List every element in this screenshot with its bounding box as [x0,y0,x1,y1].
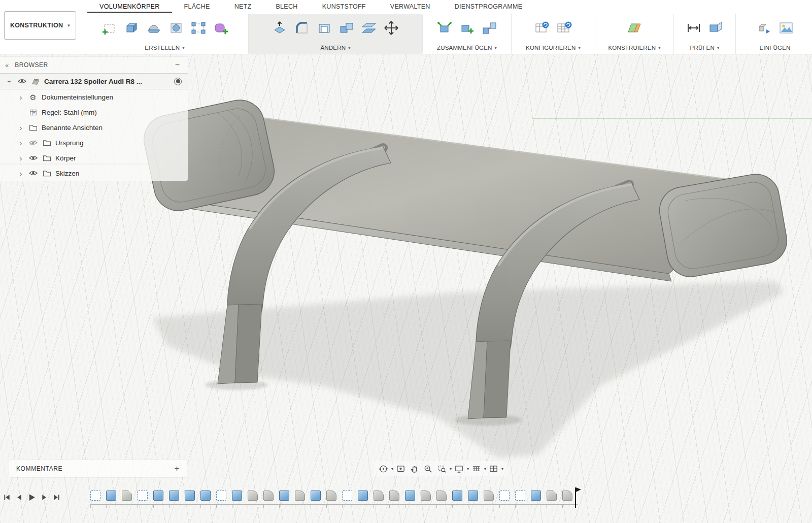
comments-panel[interactable]: KOMMENTARE + [9,460,187,477]
tab-fläche[interactable]: FLÄCHE [172,0,222,13]
timeline-feature-fillet[interactable] [374,491,384,501]
primitive-icon[interactable] [165,16,187,40]
insert-derive-icon[interactable] [753,16,775,40]
visibility-eye-icon[interactable] [28,155,38,161]
browser-item-körper[interactable]: ›Körper [0,150,188,166]
offset-face-icon[interactable] [358,16,380,40]
timeline-feature-extrude[interactable] [311,491,321,501]
insert-canvas-icon[interactable] [775,16,797,40]
pattern-icon[interactable] [187,16,210,40]
orbit-icon[interactable] [377,463,390,475]
zoom-icon[interactable] [422,463,434,475]
combine-icon[interactable] [335,16,358,40]
timeline-feature-sketch[interactable] [138,491,148,501]
timeline-feature-fillet[interactable] [562,491,572,501]
timeline-feature-extrude[interactable] [153,491,163,501]
timeline-feature-extrude[interactable] [185,491,195,501]
timeline-feature-fillet[interactable] [263,491,274,501]
window-zoom-icon[interactable] [435,463,448,475]
group-label-ändern[interactable]: ÄNDERN▾ [320,42,350,54]
minimize-panel-icon[interactable]: − [172,60,183,70]
box-primitive-icon[interactable] [120,16,143,40]
go-to-start-button[interactable] [3,494,11,501]
visibility-eye-icon[interactable] [17,78,27,84]
chevron-down-icon[interactable]: › [6,78,14,85]
timeline-feature-extrude[interactable] [405,491,415,501]
tab-volumenkörper[interactable]: VOLUMENKÖRPER [87,0,172,13]
tab-dienstprogramme[interactable]: DIENSTPROGRAMME [443,0,535,13]
chevron-right-icon[interactable]: › [17,169,24,178]
tab-netz[interactable]: NETZ [222,0,264,13]
step-back-button[interactable] [15,494,23,501]
browser-item-regel-stahl-mm[interactable]: ›Regel: Stahl (mm) [0,105,188,120]
group-label-konfigurieren[interactable]: KONFIGURIEREN▾ [526,42,581,54]
group-label-konstruieren[interactable]: KONSTRUIEREN▾ [608,42,660,54]
display-settings-icon[interactable] [453,463,465,475]
chevron-right-icon[interactable]: › [17,154,24,162]
timeline-feature-extrude[interactable] [232,491,242,501]
timeline-feature-sketch[interactable] [515,491,525,501]
configuration-icon[interactable] [531,16,553,40]
chevron-down-icon[interactable]: ▾ [467,467,469,471]
timeline-feature-chamfer[interactable] [122,491,132,501]
step-forward-button[interactable] [41,494,48,501]
chevron-down-icon[interactable]: ▾ [484,467,486,471]
create-form-icon[interactable] [210,16,232,40]
pan-icon[interactable] [408,463,421,475]
timeline-feature-fillet[interactable] [326,491,336,501]
chevron-right-icon[interactable]: › [17,93,24,102]
tab-kunststoff[interactable]: KUNSTSTOFF [310,0,378,13]
timeline-feature-extrude[interactable] [358,491,368,501]
timeline-feature-fillet[interactable] [484,491,494,501]
timeline-feature-fillet[interactable] [389,491,399,501]
timeline-feature-sketch[interactable] [342,491,352,501]
timeline-feature-extrude[interactable] [169,491,179,501]
fillet-icon[interactable] [291,16,313,40]
timeline-feature-extrude[interactable] [468,491,478,501]
new-component-icon[interactable] [456,16,478,40]
timeline-feature-sketch[interactable] [90,491,100,501]
configuration-table-icon[interactable] [553,16,576,40]
timeline-ruler[interactable] [90,504,578,508]
timeline-feature-fillet[interactable] [248,491,258,501]
move-icon[interactable] [380,16,402,40]
go-to-end-button[interactable] [53,494,60,501]
timeline-feature-extrude[interactable] [452,491,462,501]
browser-item-dokumenteinstellungen[interactable]: ›⚙Dokumenteinstellungen [0,89,188,105]
timeline-feature-fillet[interactable] [295,491,305,501]
add-comment-button[interactable]: + [174,464,180,474]
tab-verwalten[interactable]: VERWALTEN [378,0,443,13]
timeline-feature-sketch[interactable] [216,491,226,501]
grid-settings-icon[interactable] [470,463,483,475]
timeline-feature-chamfer[interactable] [547,491,557,501]
tab-blech[interactable]: BLECH [263,0,310,13]
look-at-icon[interactable] [394,463,407,475]
viewport[interactable]: « BROWSER − ›Carrera 132 Spoiler Audi R8… [0,54,812,523]
construction-plane-icon[interactable] [623,16,646,40]
chevron-down-icon[interactable]: ▾ [391,467,393,471]
timeline-feature-extrude[interactable] [531,491,541,501]
group-label-erstellen[interactable]: ERSTELLEN▾ [145,42,184,54]
create-sketch-icon[interactable] [98,16,120,40]
chevron-right-icon[interactable]: › [17,139,24,147]
visibility-eye-icon[interactable] [28,170,38,176]
chevron-right-icon[interactable]: › [17,123,24,132]
chevron-down-icon[interactable]: ▾ [501,467,503,471]
chevron-down-icon[interactable]: ▾ [450,467,452,471]
timeline-feature-extrude[interactable] [279,491,289,501]
timeline-feature-fillet[interactable] [436,491,447,501]
timeline-playhead[interactable] [575,487,576,508]
collapse-panel-icon[interactable]: « [5,61,9,69]
viewports-icon[interactable] [487,463,500,475]
browser-item-skizzen[interactable]: ›Skizzen [0,166,188,181]
group-label-einfügen[interactable]: EINFÜGEN [759,42,790,54]
group-label-zusammenfügen[interactable]: ZUSAMMENFÜGEN▾ [437,42,497,54]
shell-icon[interactable] [313,16,335,40]
play-button[interactable] [27,493,36,502]
workspace-selector[interactable]: KONSTRUKTION ▾ [4,11,76,40]
browser-item-ursprung[interactable]: ›Ursprung [0,135,188,150]
joint-icon[interactable] [478,16,500,40]
join-icon[interactable] [433,16,456,40]
press-pull-icon[interactable] [268,16,291,40]
browser-item-benannte-ansichten[interactable]: ›Benannte Ansichten [0,120,188,135]
